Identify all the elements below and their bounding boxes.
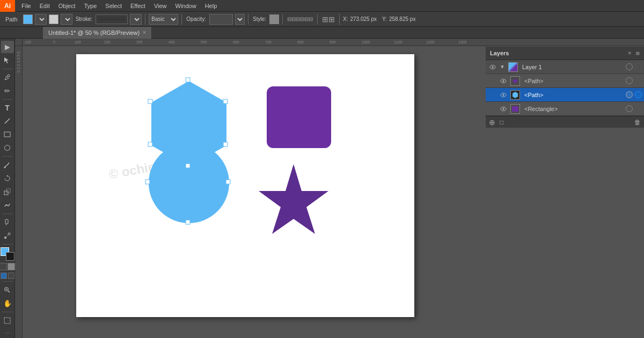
menu-effect[interactable]: Effect <box>126 2 150 10</box>
toolbar-opacity-select[interactable] <box>235 14 245 25</box>
outline-icon[interactable] <box>8 273 14 279</box>
toolbar-style-box[interactable] <box>269 14 279 24</box>
type-tool[interactable]: T <box>1 102 14 114</box>
tool-sep6 <box>2 281 13 282</box>
toolbar-stroke-weight-select[interactable] <box>130 14 142 25</box>
toolbar-opacity-input[interactable]: 100% <box>209 14 233 25</box>
new-layer-icon[interactable]: □ <box>500 119 503 126</box>
ruler-top: -100 0 100 200 300 400 500 600 700 800 9… <box>23 39 644 46</box>
toolbar-style-basic[interactable]: Basic <box>149 14 178 25</box>
rect-visibility[interactable] <box>499 104 508 114</box>
warp-tool[interactable] <box>1 199 14 211</box>
rect-name: <Rectangle> <box>522 106 624 112</box>
direct-select-tool[interactable] <box>1 54 14 67</box>
menu-select[interactable]: Select <box>101 2 126 10</box>
ruler-mark: 300 <box>135 40 167 44</box>
toolbar-style-label: Style: <box>252 16 267 22</box>
path2-row[interactable]: <Path> <box>486 88 644 102</box>
artboard-tool[interactable] <box>1 314 14 327</box>
menu-type[interactable]: Type <box>80 2 101 10</box>
ruler-container: -100 0 100 200 300 400 500 600 700 800 9… <box>15 39 644 46</box>
toolbar-stroke-color[interactable] <box>49 14 58 24</box>
screen-mode[interactable] <box>8 263 15 270</box>
path2-visibility[interactable] <box>499 90 508 100</box>
zoom-tool[interactable] <box>1 284 14 296</box>
menu-window[interactable]: Window <box>171 2 201 10</box>
toolbar-stroke-label: Stroke: <box>75 16 94 22</box>
layer1-expand[interactable]: ▼ <box>500 64 505 70</box>
blend-tool[interactable] <box>1 230 14 242</box>
ellipse-tool[interactable] <box>1 142 14 154</box>
layer1-target[interactable] <box>626 63 633 70</box>
preview-icon[interactable] <box>1 273 7 279</box>
layer1-row[interactable]: ▼ Layer 1 <box>486 60 644 74</box>
pen-tool[interactable] <box>1 71 14 84</box>
ruler-mark: 800 <box>296 40 328 44</box>
rotate-tool[interactable] <box>1 172 14 185</box>
svg-rect-21 <box>186 78 190 82</box>
line-tool[interactable] <box>1 115 14 127</box>
ruler-mark: 500 <box>200 40 232 44</box>
select-tool[interactable]: ▶ <box>1 41 14 53</box>
layers-panel-bottom: ⊕ □ 🗑 <box>486 116 644 128</box>
ruler-mark: 700 <box>264 40 296 44</box>
menu-file[interactable]: File <box>17 2 35 10</box>
ruler-mark: 200 <box>103 40 135 44</box>
layers-menu-icon[interactable]: ≡ <box>635 49 640 57</box>
tool-sep7 <box>2 312 13 312</box>
layers-collapse-icon[interactable]: « <box>628 49 631 57</box>
path1-visibility[interactable] <box>499 76 508 86</box>
menu-object[interactable]: Object <box>54 2 80 10</box>
toolbar-y-val: 258.825 px <box>389 16 416 22</box>
toolbar-fill-color[interactable] <box>23 14 33 24</box>
document-canvas: © ochind... <box>76 54 414 317</box>
blue-path-shape <box>130 76 248 226</box>
svg-line-2 <box>5 119 10 123</box>
toolbar-y-label: Y: <box>382 16 387 22</box>
menu-view[interactable]: View <box>150 2 171 10</box>
toolbar-stroke-select[interactable] <box>61 14 72 25</box>
svg-rect-23 <box>223 142 228 146</box>
background-color[interactable] <box>6 252 14 261</box>
layer1-lock[interactable] <box>635 63 642 70</box>
toolbar-fill-select[interactable] <box>35 14 47 25</box>
delete-layer-icon[interactable]: 🗑 <box>634 119 641 126</box>
hand-tool[interactable]: ✋ <box>1 297 14 310</box>
svg-line-15 <box>8 291 10 292</box>
eyedropper-tool[interactable] <box>1 216 14 229</box>
path2-lock[interactable] <box>635 91 642 98</box>
tab-close-button[interactable]: × <box>143 30 146 35</box>
normal-mode[interactable] <box>0 263 7 270</box>
paintbrush-tool[interactable] <box>1 159 14 171</box>
rect-thumbnail <box>510 104 520 114</box>
rect-row[interactable]: <Rectangle> <box>486 102 644 116</box>
svg-point-5 <box>4 167 6 168</box>
grid-icon[interactable]: ⊞⊞ <box>321 15 336 24</box>
menu-edit[interactable]: Edit <box>35 2 54 10</box>
toolbar-x-val: 273.025 px <box>350 16 377 22</box>
path2-name: <Path> <box>522 92 624 98</box>
layer1-name: Layer 1 <box>520 64 624 70</box>
svg-point-34 <box>503 80 504 82</box>
canvas-row: 0 1 2 3 4 5 6 © ochind... <box>15 46 644 338</box>
ruler-mark: 900 <box>328 40 361 44</box>
scale-tool[interactable] <box>1 186 14 198</box>
rect-tool[interactable] <box>1 128 14 141</box>
make-sublayer-icon[interactable]: ⊕ <box>489 118 495 127</box>
canvas-area[interactable]: © ochind... <box>23 46 644 338</box>
pencil-tool[interactable]: ✏ <box>1 85 14 97</box>
layer1-visibility[interactable] <box>488 62 497 72</box>
more-tools[interactable]: ··· <box>5 330 9 336</box>
document-tab[interactable]: Untitled-1* @ 50 % (RGB/Preview) × <box>43 27 152 39</box>
ruler-mark: 1300 <box>457 40 489 44</box>
path2-target[interactable] <box>626 91 633 98</box>
path1-row[interactable]: <Path> <box>486 74 644 88</box>
sep5 <box>317 14 318 25</box>
menu-bar: Ai File Edit Object Type Select Effect V… <box>0 0 644 12</box>
rect-target[interactable] <box>626 105 633 112</box>
menu-help[interactable]: Help <box>201 2 222 10</box>
path1-target[interactable] <box>626 77 633 84</box>
svg-rect-18 <box>4 318 10 324</box>
ruler-side-marks: 0 1 2 3 4 5 6 <box>17 52 20 72</box>
mode-icons <box>0 263 15 270</box>
